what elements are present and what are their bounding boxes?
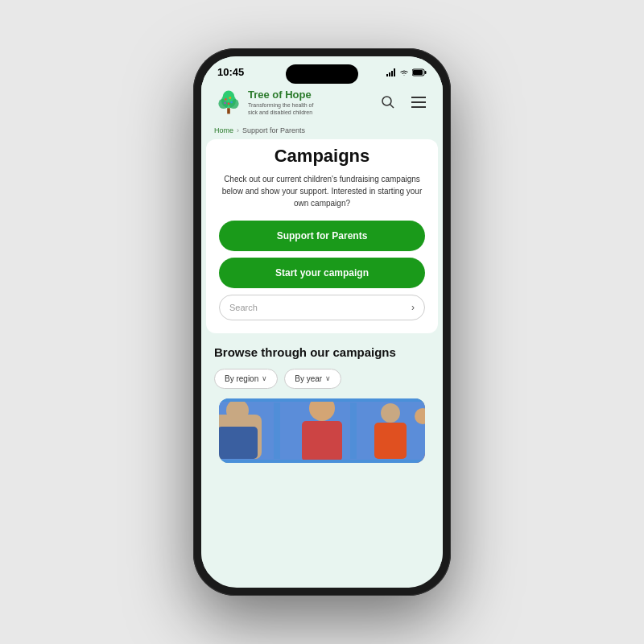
svg-rect-7 (227, 108, 230, 114)
svg-rect-3 (394, 68, 395, 76)
nav-icons (377, 91, 430, 114)
svg-rect-34 (350, 402, 357, 459)
logo-area: Tree of Hope Transforming the health of … (214, 88, 320, 117)
search-arrow-icon: › (411, 302, 415, 313)
status-time: 10:45 (217, 66, 244, 78)
svg-rect-26 (219, 427, 258, 459)
svg-point-13 (229, 97, 231, 99)
search-nav-button[interactable] (377, 91, 399, 114)
svg-rect-28 (302, 421, 342, 461)
svg-point-11 (223, 91, 234, 102)
svg-point-16 (228, 102, 230, 105)
svg-rect-0 (386, 74, 388, 76)
svg-point-14 (230, 101, 233, 104)
filter-region-label: By region (225, 374, 258, 383)
hamburger-icon (411, 97, 426, 108)
screen-content: Tree of Hope Transforming the health of … (201, 81, 443, 574)
svg-rect-2 (391, 71, 393, 76)
filter-year-chevron: ∨ (325, 374, 331, 382)
campaign-card[interactable] (219, 398, 425, 463)
svg-point-29 (381, 403, 400, 423)
breadcrumb-separator: › (237, 126, 239, 134)
wifi-icon (399, 68, 409, 76)
status-bar: 10:45 (201, 56, 443, 81)
signal-icon (386, 68, 396, 76)
tree-logo (214, 88, 243, 117)
support-parents-button[interactable]: Support for Parents (219, 221, 425, 251)
main-content-card: Campaigns Check out our current children… (206, 139, 438, 333)
start-campaign-button[interactable]: Start your campaign (219, 258, 425, 288)
phone-frame: 10:45 (193, 48, 451, 596)
svg-rect-33 (274, 402, 280, 459)
svg-point-12 (225, 98, 227, 101)
page-title: Campaigns (219, 146, 425, 167)
breadcrumb: Home › Support for Parents (201, 123, 443, 139)
filter-year-label: By year (295, 374, 322, 383)
svg-point-18 (382, 97, 391, 105)
logo-text: Tree of Hope Transforming the health of … (248, 89, 320, 116)
logo-subtitle: Transforming the health of sick and disa… (248, 101, 320, 116)
svg-point-25 (226, 399, 249, 422)
breadcrumb-home[interactable]: Home (214, 126, 233, 134)
search-placeholder-text: Search (229, 303, 411, 312)
status-icons (386, 68, 427, 76)
filter-region-button[interactable]: By region ∨ (214, 369, 278, 389)
filter-row: By region ∨ By year ∨ (214, 369, 430, 389)
svg-rect-30 (374, 423, 407, 459)
svg-rect-6 (413, 70, 423, 75)
svg-rect-1 (389, 72, 390, 76)
breadcrumb-current: Support for Parents (242, 126, 305, 134)
filter-year-button[interactable]: By year ∨ (284, 369, 341, 389)
phone-screen: 10:45 (201, 56, 443, 588)
campaign-image-svg (219, 398, 425, 463)
dynamic-island (286, 64, 358, 84)
logo-title: Tree of Hope (248, 89, 320, 101)
search-icon (381, 95, 395, 109)
svg-line-19 (390, 105, 394, 109)
nav-bar: Tree of Hope Transforming the health of … (201, 81, 443, 123)
browse-title: Browse through our campaigns (214, 345, 430, 361)
svg-point-15 (224, 102, 226, 105)
svg-rect-5 (425, 71, 427, 74)
battery-icon (412, 68, 427, 76)
menu-button[interactable] (407, 91, 430, 114)
browse-section: Browse through our campaigns By region ∨… (201, 333, 443, 473)
filter-region-chevron: ∨ (262, 374, 267, 382)
page-description: Check out our current children's fundrai… (219, 173, 425, 209)
campaign-image (219, 398, 425, 463)
search-box[interactable]: Search › (219, 295, 425, 320)
